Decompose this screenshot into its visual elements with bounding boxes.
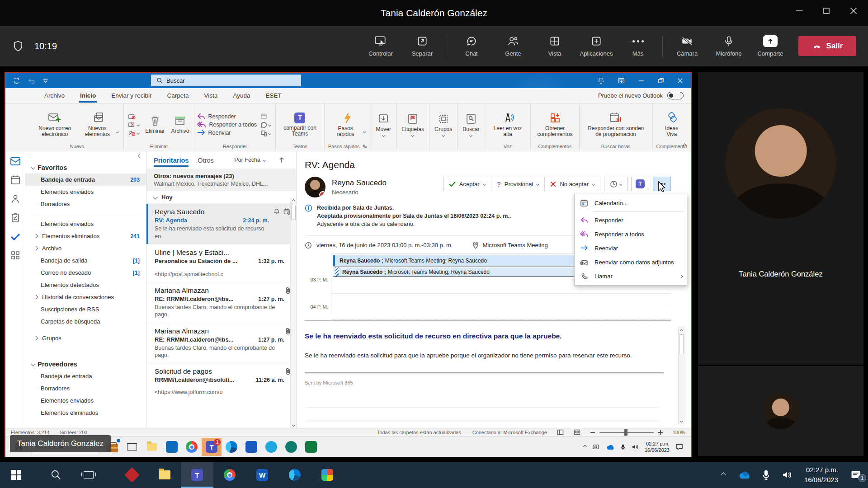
teams-meeting-button[interactable]	[631, 177, 649, 191]
tab-carpeta[interactable]: Carpeta	[166, 89, 190, 102]
calendar-module-icon[interactable]	[10, 175, 20, 185]
colorful-app-icon[interactable]	[311, 462, 344, 488]
close-icon[interactable]	[849, 6, 858, 15]
tray-mic-icon[interactable]	[762, 469, 770, 480]
read-aloud-button[interactable]: Leer en voz alta	[488, 112, 528, 138]
tray-scan-icon[interactable]	[592, 444, 599, 450]
delete-button[interactable]: Eliminar	[143, 115, 167, 134]
device-reply-icon[interactable]	[260, 130, 271, 136]
message-row[interactable]: Solicitud de pagos RRMM/t.calderon@ibsol…	[146, 363, 296, 400]
window-minimize-icon[interactable]	[638, 77, 645, 84]
menu-item-responder-todos[interactable]: Responder a todos	[575, 227, 687, 241]
tab-enviar-recibir[interactable]: Enviar y recibir	[110, 89, 152, 102]
ribbon-display-icon[interactable]	[618, 77, 625, 84]
chrome-icon[interactable]	[213, 462, 246, 488]
tags-button[interactable]: Etiquetas	[399, 113, 426, 136]
block-sender-icon[interactable]	[128, 130, 139, 136]
apps-button[interactable]: Aplicaciones	[576, 35, 617, 57]
word-icon[interactable]	[246, 462, 278, 488]
tab-otros[interactable]: Otros	[198, 153, 213, 167]
sort-by[interactable]: Por Fecha	[234, 157, 265, 163]
menu-item-llamar[interactable]: Llamar	[575, 269, 687, 283]
chat-button[interactable]: Chat	[451, 35, 492, 57]
share-to-teams-button[interactable]: compartir con Teams	[278, 113, 321, 137]
zoom-slider[interactable]	[590, 430, 663, 435]
shared-globe-app-icon[interactable]	[281, 438, 301, 456]
forward-button[interactable]: Reenviar	[197, 130, 257, 136]
undo-icon[interactable]	[28, 77, 35, 84]
folder-item[interactable]: Carpetas de búsqueda	[25, 315, 146, 328]
folder-bandeja-entrada[interactable]: Bandeja de entrada203	[25, 174, 146, 186]
reply-all-button[interactable]: Responder a todos	[197, 122, 257, 128]
microphone-button[interactable]: Micrófono	[708, 35, 750, 57]
tab-vista[interactable]: Vista	[203, 89, 219, 102]
message-row[interactable]: Uline | Mesas y Estaci... Personalice su…	[146, 244, 296, 282]
viva-insights-button[interactable]: IdeasViva	[663, 112, 680, 138]
camera-button[interactable]: Cámara	[666, 35, 708, 57]
message-row[interactable]: Mariana Almazan RE: RRMM/t.calderon@ibs.…	[146, 323, 296, 364]
teams-app-icon[interactable]	[181, 462, 213, 488]
decline-button[interactable]: No aceptar	[545, 177, 600, 191]
group-header-hoy[interactable]: Hoy	[146, 191, 296, 204]
tab-inicio[interactable]: Inicio	[79, 89, 97, 102]
self-video-tile[interactable]	[698, 366, 863, 456]
onedrive-icon[interactable]	[605, 444, 614, 450]
folder-item[interactable]: Borradores	[25, 382, 146, 394]
shared-teams-icon[interactable]: 1	[202, 438, 222, 456]
tentative-button[interactable]: ? Provisional	[491, 177, 545, 191]
notifications-bell-icon[interactable]	[597, 77, 605, 84]
folder-item[interactable]: Bandeja de salida[1]	[25, 254, 146, 267]
taskbar-search-icon[interactable]	[40, 462, 72, 488]
tray-speaker-icon[interactable]	[782, 470, 793, 479]
participant-tile[interactable]: Tania Calderón González	[698, 72, 863, 365]
shared-ie-icon[interactable]	[261, 438, 281, 456]
taskbar-clock[interactable]: 02:27 p.m. 16/06/2023	[804, 465, 838, 485]
menu-item-calendario[interactable]: Calendario...	[575, 196, 687, 210]
favorites-header[interactable]: Favoritos	[25, 161, 146, 174]
im-reply-icon[interactable]	[260, 122, 271, 128]
providers-header[interactable]: Proveedores	[25, 358, 146, 370]
customize-quickaccess-icon[interactable]	[42, 78, 48, 84]
folder-item[interactable]: Suscripciones de RSS	[25, 303, 146, 315]
sort-direction-icon[interactable]	[279, 157, 284, 163]
folder-item[interactable]: Historial de conversaciones	[25, 291, 146, 303]
archive-button[interactable]: Archivo	[169, 115, 191, 134]
tab-prioritarios[interactable]: Prioritarios	[154, 153, 189, 167]
folder-item[interactable]: Archivo	[25, 242, 146, 254]
folder-item[interactable]: Elementos eliminados241	[25, 230, 146, 242]
new-mail-button[interactable]: Nuevo correo electrónico	[33, 112, 76, 138]
tab-archivo[interactable]: Archivo	[43, 89, 66, 102]
window-restore-icon[interactable]	[657, 77, 664, 84]
folder-item[interactable]: Elementos detectados	[25, 279, 146, 291]
folder-item[interactable]: Grupos	[25, 332, 146, 344]
shared-action-center-icon[interactable]	[675, 443, 684, 450]
leave-button[interactable]: Salir	[798, 36, 856, 56]
tray-chevron-icon[interactable]	[583, 445, 587, 449]
menu-item-reenviar[interactable]: Reenviar	[575, 241, 687, 255]
more-button[interactable]: Más	[617, 35, 659, 57]
list-scrollbar[interactable]	[290, 197, 296, 428]
tasks-module-icon[interactable]	[10, 213, 20, 223]
shared-tray-clock[interactable]: 02:27 p.m. 16/06/2023	[645, 441, 670, 454]
tray-chevron-icon[interactable]	[721, 472, 726, 477]
edge-icon[interactable]	[278, 462, 311, 488]
try-new-outlook[interactable]: Pruebe el nuevo Outlook	[598, 92, 691, 99]
tray-speaker-icon[interactable]	[632, 444, 639, 450]
outlook-search-box[interactable]: Buscar	[151, 75, 301, 86]
scrollbar-thumb[interactable]	[291, 205, 296, 220]
folder-item[interactable]: Elementos enviados	[25, 186, 146, 198]
new-items-button[interactable]: Nuevos elementos	[78, 112, 121, 138]
maximize-icon[interactable]	[822, 6, 831, 15]
tray-mic-icon[interactable]	[620, 444, 626, 450]
shared-edge-icon[interactable]	[222, 438, 241, 456]
popout-button[interactable]: Separar	[401, 35, 443, 57]
people-button[interactable]: Gente	[492, 35, 534, 57]
message-row[interactable]: Mariana Almazan RE: RRMM/t.calderon@ibs.…	[146, 282, 296, 323]
zoom-out-icon[interactable]	[590, 432, 595, 433]
action-center-icon[interactable]: 1	[850, 469, 862, 480]
shared-taskview-icon[interactable]	[122, 438, 142, 456]
zoom-slider-thumb[interactable]	[624, 429, 627, 436]
other-messages-banner[interactable]: Otros: nuevos mensajes (23) Walmart Méxi…	[146, 169, 296, 191]
menu-item-reenviar-adjuntos[interactable]: Reenviar como datos adjuntos	[575, 255, 687, 269]
reading-scrollbar[interactable]	[678, 327, 684, 424]
